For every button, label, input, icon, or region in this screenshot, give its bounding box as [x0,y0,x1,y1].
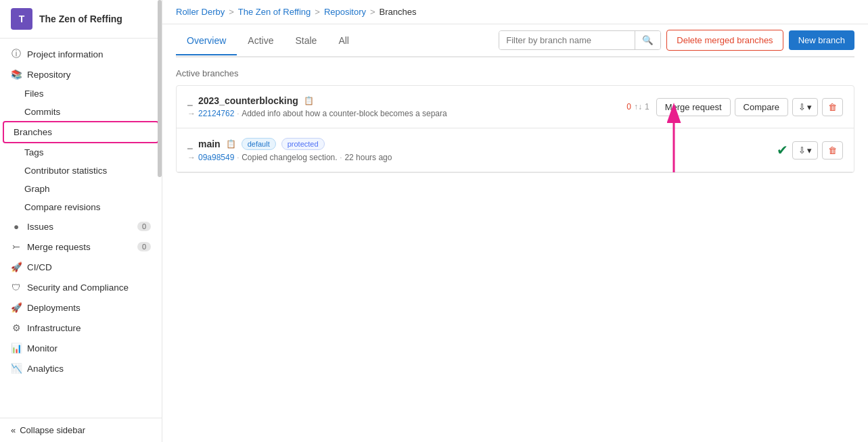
sidebar-label-compare-revisions: Compare revisions [24,202,101,212]
sidebar-label-deployments: Deployments [27,303,81,313]
ahead-count-1: 0 [626,102,631,112]
tab-stale[interactable]: Stale [284,27,327,55]
branch-name-row-2: ⎯ main 📋 default protected [187,138,770,150]
delete-branch-button-1[interactable]: 🗑 [822,98,843,116]
new-branch-button[interactable]: New branch [789,30,854,50]
filter-input[interactable] [499,31,635,49]
sidebar-item-tags[interactable]: Tags [0,143,162,162]
trash-icon-1: 🗑 [828,102,837,112]
commit-hash-link-1[interactable]: 22124762 [198,109,234,118]
sidebar-scrollbar-thumb [158,0,162,177]
merge-icon: ⤚ [11,241,22,252]
sidebar-item-branches[interactable]: Branches [3,121,159,143]
sidebar-label-files: Files [24,89,44,99]
content-area: Overview Active Stale All 🔍 Delete merge… [162,24,868,442]
filter-input-wrap: 🔍 [499,30,661,50]
sidebar-item-compare-revisions[interactable]: Compare revisions [0,198,162,216]
infra-icon: ⚙ [11,322,22,333]
commit-arrow-2: → [187,153,196,162]
commit-hash-link-2[interactable]: 09a98549 [198,153,234,162]
commit-time-2: 22 hours ago [344,153,392,162]
branch-name-2: main [198,139,221,149]
sidebar: T The Zen of Reffing ⓘ Project informati… [0,0,162,442]
main-content: Roller Derby > The Zen of Reffing > Repo… [162,0,868,442]
sidebar-label-merge-requests: Merge requests [27,242,91,252]
download-icon-2: ⇩ [798,145,806,155]
sidebar-item-commits[interactable]: Commits [0,103,162,121]
commit-arrow-1: → [187,109,196,118]
merge-requests-badge: 0 [137,242,151,251]
tab-active[interactable]: Active [237,27,284,55]
sidebar-label-analytics: Analytics [27,364,64,374]
sidebar-item-deployments[interactable]: 🚀 Deployments [0,297,162,318]
commit-message-2: Copied changelog section. [242,153,337,162]
sidebar-nav: ⓘ Project information 📚 Repository Files… [0,39,162,418]
tabs-right: 🔍 Delete merged branches New branch [499,24,854,56]
tag-default: default [242,138,276,150]
download-button-2[interactable]: ⇩ ▾ [792,141,818,159]
info-icon: ⓘ [11,49,22,59]
collapse-sidebar-button[interactable]: « Collapse sidebar [0,418,162,442]
issues-badge: 0 [137,222,151,231]
sidebar-item-project-info[interactable]: ⓘ Project information [0,44,162,64]
collapse-sidebar-label: Collapse sidebar [20,425,85,435]
active-branches-label: Active branches [176,68,854,78]
shield-icon: 🛡 [11,282,22,293]
sidebar-label-monitor: Monitor [27,343,58,353]
sidebar-label-project-info: Project information [27,49,104,59]
commit-dot-3: · [340,154,342,162]
chevron-left-icon: « [11,425,16,435]
branch-icon-1: ⎯ [187,96,193,106]
filter-search-button[interactable]: 🔍 [635,31,660,49]
project-title: The Zen of Reffing [39,14,122,24]
breadcrumb-zen-of-reffing[interactable]: The Zen of Reffing [238,7,311,17]
commit-dot-2: · [237,154,239,162]
breadcrumb-sep-3: > [370,7,375,17]
sidebar-item-merge-requests[interactable]: ⤚ Merge requests 0 [0,237,162,257]
sidebar-item-monitor[interactable]: 📊 Monitor [0,338,162,358]
sidebar-label-contributor-stats: Contributor statistics [24,166,107,176]
sidebar-item-contributor-stats[interactable]: Contributor statistics [0,162,162,180]
breadcrumb-repository[interactable]: Repository [324,7,366,17]
merge-request-button[interactable]: Merge request [656,98,731,116]
tag-protected: protected [281,138,325,150]
delete-branch-button-2[interactable]: 🗑 [822,141,843,159]
sidebar-item-analytics[interactable]: 📉 Analytics [0,358,162,378]
delete-merged-button[interactable]: Delete merged branches [666,30,783,51]
branch-icon-2: ⎯ [187,139,193,149]
issues-icon: ● [11,221,22,232]
sidebar-item-files[interactable]: Files [0,84,162,103]
analytics-icon: 📉 [11,363,22,374]
sidebar-label-issues: Issues [27,222,53,232]
download-icon-1: ⇩ [798,102,806,112]
sidebar-item-issues[interactable]: ● Issues 0 [0,216,162,237]
monitor-icon: 📊 [11,343,22,353]
copy-icon-2[interactable]: 📋 [226,139,236,149]
sidebar-item-cicd[interactable]: 🚀 CI/CD [0,257,162,277]
compare-button-1[interactable]: Compare [735,98,788,116]
branch-name-1: 2023_counterblocking [198,95,298,106]
download-button-1[interactable]: ⇩ ▾ [792,98,818,116]
book-icon: 📚 [11,69,22,80]
sidebar-header: T The Zen of Reffing [0,0,162,39]
avatar: T [11,8,32,30]
sidebar-item-graph[interactable]: Graph [0,180,162,198]
branch-info-2: ⎯ main 📋 default protected → 09a98549 · … [187,138,770,162]
ahead-behind-1: 0 ↑↓ 1 [609,102,649,112]
commit-message-1: Added info about how a counter-block bec… [242,109,447,118]
sidebar-scrollbar [158,0,162,442]
sidebar-label-infrastructure: Infrastructure [27,323,81,333]
sidebar-item-repository[interactable]: 📚 Repository [0,64,162,84]
tab-all[interactable]: All [327,27,360,55]
branch-info-1: ⎯ 2023_counterblocking 📋 → 22124762 · Ad… [187,95,602,118]
branch-actions-2: ✔ ⇩ ▾ 🗑 [777,141,843,159]
branch-actions-1: Merge request Compare ⇩ ▾ 🗑 [656,98,843,116]
breadcrumb-roller-derby[interactable]: Roller Derby [176,7,225,17]
sidebar-item-infrastructure[interactable]: ⚙ Infrastructure [0,318,162,338]
sidebar-label-graph: Graph [24,184,50,194]
ahead-behind-sep: ↑↓ [634,102,642,112]
tab-overview[interactable]: Overview [176,27,237,55]
copy-icon-1[interactable]: 📋 [304,96,314,105]
sidebar-item-security[interactable]: 🛡 Security and Compliance [0,277,162,297]
sidebar-label-security: Security and Compliance [27,283,129,293]
